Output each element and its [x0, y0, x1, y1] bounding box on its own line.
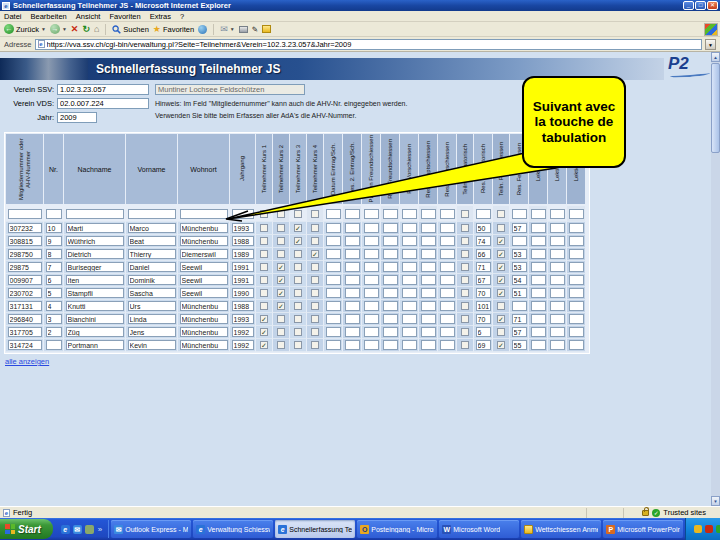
table-checkbox[interactable] [497, 328, 505, 336]
table-input[interactable] [440, 301, 455, 311]
table-input[interactable] [531, 340, 546, 350]
table-input[interactable] [476, 288, 491, 298]
table-input[interactable] [512, 288, 527, 298]
menu-ansicht[interactable]: Ansicht [76, 12, 101, 21]
table-input[interactable] [66, 314, 124, 324]
table-input[interactable] [232, 301, 254, 311]
table-checkbox[interactable] [260, 276, 268, 284]
table-input[interactable] [531, 301, 546, 311]
table-checkbox[interactable] [311, 302, 319, 310]
table-checkbox[interactable] [461, 289, 469, 297]
mail-dropdown-icon[interactable]: ▼ [230, 26, 235, 32]
table-input[interactable] [364, 288, 379, 298]
table-checkbox[interactable] [294, 302, 302, 310]
table-input[interactable] [402, 340, 417, 350]
table-input[interactable] [550, 314, 565, 324]
table-input[interactable] [402, 327, 417, 337]
table-input[interactable] [364, 327, 379, 337]
table-input[interactable] [180, 301, 228, 311]
table-input[interactable] [569, 236, 584, 246]
table-input[interactable] [364, 314, 379, 324]
table-checkbox[interactable] [277, 341, 285, 349]
table-checkbox[interactable] [497, 302, 505, 310]
table-checkbox[interactable] [497, 289, 505, 297]
table-input[interactable] [512, 340, 527, 350]
table-input[interactable] [128, 314, 176, 324]
table-input[interactable] [232, 236, 254, 246]
table-input[interactable] [326, 209, 341, 219]
table-input[interactable] [402, 314, 417, 324]
table-input[interactable] [66, 262, 124, 272]
vertical-scrollbar[interactable]: ▲ ▼ [711, 52, 720, 506]
tray-icon-1[interactable] [694, 525, 702, 533]
table-input[interactable] [345, 275, 360, 285]
table-input[interactable] [66, 209, 124, 219]
quick-launch-mail-icon[interactable]: ✉ [73, 525, 82, 534]
address-dropdown-icon[interactable]: ▼ [705, 39, 716, 50]
table-input[interactable] [345, 236, 360, 246]
table-input[interactable] [531, 314, 546, 324]
table-input[interactable] [345, 262, 360, 272]
table-checkbox[interactable] [277, 289, 285, 297]
table-input[interactable] [180, 340, 228, 350]
table-input[interactable] [46, 249, 62, 259]
table-checkbox[interactable] [311, 250, 319, 258]
table-input[interactable] [326, 327, 341, 337]
back-dropdown-icon[interactable]: ▼ [41, 26, 46, 32]
edit-button[interactable]: ✎ [252, 25, 258, 34]
table-input[interactable] [421, 288, 436, 298]
table-checkbox[interactable] [461, 276, 469, 284]
table-checkbox[interactable] [277, 328, 285, 336]
table-checkbox[interactable] [497, 341, 505, 349]
table-input[interactable] [326, 288, 341, 298]
table-input[interactable] [531, 262, 546, 272]
table-input[interactable] [476, 314, 491, 324]
messenger-button[interactable] [262, 25, 271, 33]
table-input[interactable] [476, 262, 491, 272]
scroll-down-icon[interactable]: ▼ [711, 496, 720, 506]
table-checkbox[interactable] [277, 263, 285, 271]
table-input[interactable] [232, 249, 254, 259]
table-checkbox[interactable] [497, 276, 505, 284]
table-input[interactable] [402, 275, 417, 285]
table-checkbox[interactable] [461, 302, 469, 310]
table-input[interactable] [531, 327, 546, 337]
table-input[interactable] [383, 327, 398, 337]
table-input[interactable] [326, 314, 341, 324]
table-checkbox[interactable] [294, 276, 302, 284]
table-input[interactable] [476, 275, 491, 285]
table-checkbox[interactable] [311, 341, 319, 349]
menu-bearbeiten[interactable]: Bearbeiten [31, 12, 67, 21]
table-checkbox[interactable] [260, 341, 268, 349]
table-input[interactable] [66, 223, 124, 233]
table-checkbox[interactable] [311, 263, 319, 271]
table-input[interactable] [402, 288, 417, 298]
table-checkbox[interactable] [277, 276, 285, 284]
table-input[interactable] [421, 301, 436, 311]
table-input[interactable] [440, 236, 455, 246]
table-input[interactable] [476, 301, 491, 311]
media-button[interactable] [198, 25, 207, 34]
table-checkbox[interactable] [260, 210, 268, 218]
table-checkbox[interactable] [277, 237, 285, 245]
table-checkbox[interactable] [497, 210, 505, 218]
table-input[interactable] [46, 327, 62, 337]
table-input[interactable] [476, 223, 491, 233]
table-input[interactable] [512, 262, 527, 272]
table-input[interactable] [345, 340, 360, 350]
table-input[interactable] [383, 275, 398, 285]
table-checkbox[interactable] [260, 250, 268, 258]
table-input[interactable] [440, 223, 455, 233]
table-input[interactable] [232, 327, 254, 337]
table-input[interactable] [476, 209, 491, 219]
table-input[interactable] [476, 249, 491, 259]
quick-launch-desktop-icon[interactable] [85, 525, 94, 534]
table-checkbox[interactable] [461, 210, 469, 218]
table-input[interactable] [421, 340, 436, 350]
table-input[interactable] [569, 209, 584, 219]
table-checkbox[interactable] [497, 315, 505, 323]
table-input[interactable] [8, 275, 42, 285]
table-input[interactable] [8, 327, 42, 337]
table-input[interactable] [8, 301, 42, 311]
table-input[interactable] [476, 340, 491, 350]
